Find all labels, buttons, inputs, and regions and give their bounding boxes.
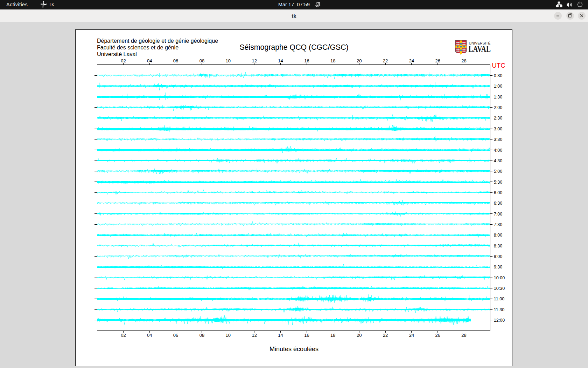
svg-text:14: 14 bbox=[278, 58, 283, 63]
svg-text:9:30: 9:30 bbox=[494, 265, 503, 270]
svg-text:20: 20 bbox=[357, 333, 362, 338]
svg-text:2:00: 2:00 bbox=[494, 105, 503, 110]
svg-text:26: 26 bbox=[435, 58, 440, 63]
svg-text:0:30: 0:30 bbox=[494, 73, 503, 78]
svg-text:12: 12 bbox=[252, 58, 257, 63]
svg-text:08: 08 bbox=[200, 333, 204, 338]
svg-text:5:00: 5:00 bbox=[494, 169, 503, 174]
svg-text:8:30: 8:30 bbox=[494, 244, 503, 248]
svg-text:7:30: 7:30 bbox=[494, 222, 503, 227]
svg-text:22: 22 bbox=[383, 333, 388, 338]
svg-text:10:30: 10:30 bbox=[494, 286, 505, 291]
svg-text:06: 06 bbox=[173, 58, 178, 63]
svg-text:1:30: 1:30 bbox=[494, 95, 503, 100]
svg-text:08: 08 bbox=[200, 58, 204, 63]
svg-text:11:30: 11:30 bbox=[494, 307, 505, 312]
svg-text:04: 04 bbox=[147, 333, 152, 338]
svg-text:10: 10 bbox=[226, 333, 231, 338]
svg-text:04: 04 bbox=[147, 58, 152, 63]
svg-text:06: 06 bbox=[173, 333, 178, 338]
svg-text:11:00: 11:00 bbox=[494, 297, 505, 301]
svg-text:5:30: 5:30 bbox=[494, 180, 503, 185]
svg-text:12: 12 bbox=[252, 333, 257, 338]
svg-text:26: 26 bbox=[435, 333, 440, 338]
svg-text:3:30: 3:30 bbox=[494, 137, 503, 142]
svg-text:24: 24 bbox=[409, 333, 414, 338]
svg-text:4:00: 4:00 bbox=[494, 148, 503, 153]
svg-text:8:00: 8:00 bbox=[494, 233, 503, 238]
svg-text:4:30: 4:30 bbox=[494, 158, 503, 163]
svg-text:28: 28 bbox=[461, 58, 466, 63]
svg-text:28: 28 bbox=[461, 333, 466, 338]
svg-text:18: 18 bbox=[330, 333, 335, 338]
svg-text:24: 24 bbox=[409, 58, 414, 63]
svg-text:10: 10 bbox=[226, 58, 231, 63]
svg-text:Minutes écoulées: Minutes écoulées bbox=[270, 346, 318, 353]
svg-text:3:00: 3:00 bbox=[494, 127, 503, 131]
svg-text:10:00: 10:00 bbox=[494, 275, 505, 280]
svg-text:Département de géologie et de: Département de géologie et de génie géol… bbox=[97, 38, 218, 44]
svg-text:7:00: 7:00 bbox=[494, 212, 503, 217]
svg-text:14: 14 bbox=[278, 333, 283, 338]
svg-text:02: 02 bbox=[121, 58, 126, 63]
svg-text:2:30: 2:30 bbox=[494, 116, 503, 121]
svg-text:22: 22 bbox=[383, 58, 388, 63]
svg-text:02: 02 bbox=[121, 333, 126, 338]
svg-text:16: 16 bbox=[304, 58, 309, 63]
svg-text:6:30: 6:30 bbox=[494, 201, 503, 206]
svg-text:UTC: UTC bbox=[492, 62, 505, 69]
svg-text:Faculté des sciences et de gén: Faculté des sciences et de génie bbox=[97, 45, 178, 50]
svg-text:LAVAL: LAVAL bbox=[469, 44, 491, 54]
svg-text:9:00: 9:00 bbox=[494, 254, 503, 259]
svg-text:1:00: 1:00 bbox=[494, 84, 503, 89]
svg-text:6:00: 6:00 bbox=[494, 190, 503, 195]
svg-text:Université Laval: Université Laval bbox=[97, 51, 137, 57]
svg-text:12:00: 12:00 bbox=[494, 318, 505, 323]
svg-text:16: 16 bbox=[304, 333, 309, 338]
svg-text:18: 18 bbox=[330, 58, 335, 63]
svg-text:20: 20 bbox=[357, 58, 362, 63]
svg-text:Séismographe QCQ (CGC/GSC): Séismographe QCQ (CGC/GSC) bbox=[239, 43, 348, 52]
